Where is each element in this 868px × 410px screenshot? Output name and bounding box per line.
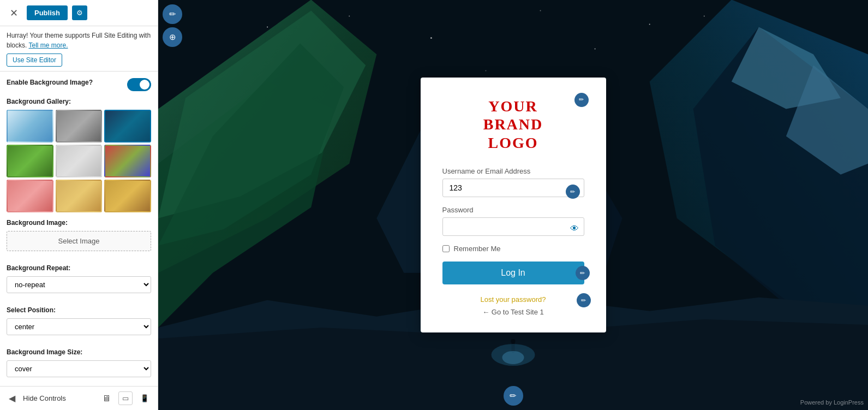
bg-repeat-label: Background Repeat: (7, 264, 151, 272)
hide-controls-arrow[interactable]: ◀ (5, 391, 19, 406)
block-tool-button[interactable]: ⊕ (163, 27, 182, 47)
svg-point-6 (758, 32, 759, 33)
login-btn-wrap: Log In ✏ (442, 262, 584, 284)
svg-point-1 (267, 26, 268, 27)
logo-text: YOURBRANDLOGO (442, 97, 584, 152)
remember-me-checkbox[interactable] (442, 245, 450, 252)
svg-point-8 (595, 48, 596, 49)
svg-point-30 (502, 351, 524, 364)
footer-edit-button[interactable]: ✏ (577, 293, 591, 307)
svg-marker-11 (158, 0, 376, 273)
gallery-item-5[interactable] (56, 145, 103, 177)
use-site-editor-button[interactable]: Use Site Editor (7, 54, 62, 67)
position-select[interactable]: center top bottom left right (7, 318, 151, 335)
svg-rect-27 (511, 343, 514, 353)
tell-me-more-link[interactable]: Tell me more. (28, 41, 68, 49)
left-panel: ✕ Publish ⚙ Hurray! Your theme supports … (0, 0, 158, 410)
login-button[interactable]: Log In (442, 262, 584, 284)
preview-bottom-toolbar: ✏ (504, 386, 523, 406)
gallery-grid (7, 110, 151, 212)
gallery-item-7[interactable] (7, 180, 53, 212)
svg-point-4 (540, 10, 541, 11)
logo-area: YOURBRANDLOGO ✏ (442, 97, 584, 152)
bg-size-label: Background Image Size: (7, 348, 151, 356)
publish-button[interactable]: Publish (27, 5, 68, 20)
username-field-group: Username or Email Address ✏ (442, 167, 584, 197)
svg-point-7 (240, 65, 241, 66)
tablet-view-button[interactable]: ▭ (118, 391, 133, 405)
username-label: Username or Email Address (442, 167, 584, 175)
enable-bg-row: Enable Background Image? (7, 78, 151, 91)
watermark: Powered by LoginPress (800, 399, 864, 406)
gallery-item-2[interactable] (56, 110, 103, 142)
gallery-label: Background Gallery: (7, 98, 151, 105)
gallery-item-3[interactable] (104, 110, 151, 142)
svg-marker-14 (158, 43, 344, 245)
login-btn-edit-button[interactable]: ✏ (576, 266, 590, 280)
gallery-item-8[interactable] (56, 180, 103, 212)
enable-bg-toggle[interactable] (127, 78, 151, 91)
svg-point-2 (349, 15, 350, 16)
lost-password-link[interactable]: Lost your password? (442, 295, 584, 304)
username-edit-button[interactable]: ✏ (566, 185, 580, 199)
svg-point-9 (704, 15, 705, 16)
svg-marker-18 (786, 66, 868, 175)
svg-marker-13 (158, 10, 366, 218)
password-field-group: Password 👁 (442, 206, 584, 236)
preview-edit-button[interactable]: ✏ (504, 386, 523, 406)
svg-point-10 (485, 70, 486, 72)
bg-size-select[interactable]: cover contain auto (7, 360, 151, 377)
select-position-label: Select Position: (7, 306, 151, 314)
preview-area: ✏ ⊕ YOURBRANDLOGO ✏ Username or Email Ad… (158, 0, 868, 410)
hide-controls-button[interactable]: Hide Controls (23, 394, 66, 402)
enable-bg-label: Enable Background Image? (7, 79, 93, 86)
select-image-button[interactable]: Select Image (7, 231, 151, 251)
svg-point-28 (511, 339, 515, 343)
bottom-toolbar: ◀ Hide Controls 🖥 ▭ 📱 (0, 386, 158, 410)
mobile-view-button[interactable]: 📱 (137, 392, 152, 405)
svg-point-5 (649, 23, 650, 25)
bg-image-label: Background Image: (7, 219, 151, 227)
settings-button[interactable]: ⚙ (72, 5, 87, 20)
desktop-view-button[interactable]: 🖥 (99, 391, 114, 406)
go-to-site-link[interactable]: ← Go to Test Site 1 (482, 308, 543, 316)
panel-content: Enable Background Image? Background Gall… (0, 72, 158, 386)
login-card: YOURBRANDLOGO ✏ Username or Email Addres… (421, 78, 606, 333)
close-button[interactable]: ✕ (5, 5, 22, 21)
logo-edit-button[interactable]: ✏ (574, 93, 589, 107)
username-input[interactable] (442, 179, 584, 197)
svg-marker-15 (650, 0, 868, 328)
right-toolbar: ✏ ⊕ (158, 0, 187, 51)
gallery-item-1[interactable] (7, 110, 53, 142)
customize-tool-button[interactable]: ✏ (163, 4, 182, 24)
remember-me-label: Remember Me (454, 245, 501, 253)
svg-marker-12 (158, 82, 333, 328)
gallery-item-6[interactable] (104, 145, 151, 177)
password-toggle-icon[interactable]: 👁 (570, 224, 579, 234)
svg-marker-17 (732, 27, 841, 109)
gallery-item-9[interactable] (104, 180, 151, 212)
svg-marker-16 (693, 27, 868, 354)
remember-me-row: Remember Me (442, 245, 584, 253)
bg-repeat-select[interactable]: no-repeat repeat repeat-x repeat-y (7, 276, 151, 293)
svg-point-29 (491, 344, 535, 366)
svg-point-3 (430, 37, 432, 39)
top-toolbar: ✕ Publish ⚙ (0, 0, 158, 26)
password-input[interactable] (442, 217, 584, 236)
gallery-item-4[interactable] (7, 145, 53, 177)
password-label: Password (442, 206, 584, 214)
notification-bar: Hurray! Your theme supports Full Site Ed… (0, 26, 158, 72)
card-footer: Lost your password? ← Go to Test Site 1 … (442, 295, 584, 316)
